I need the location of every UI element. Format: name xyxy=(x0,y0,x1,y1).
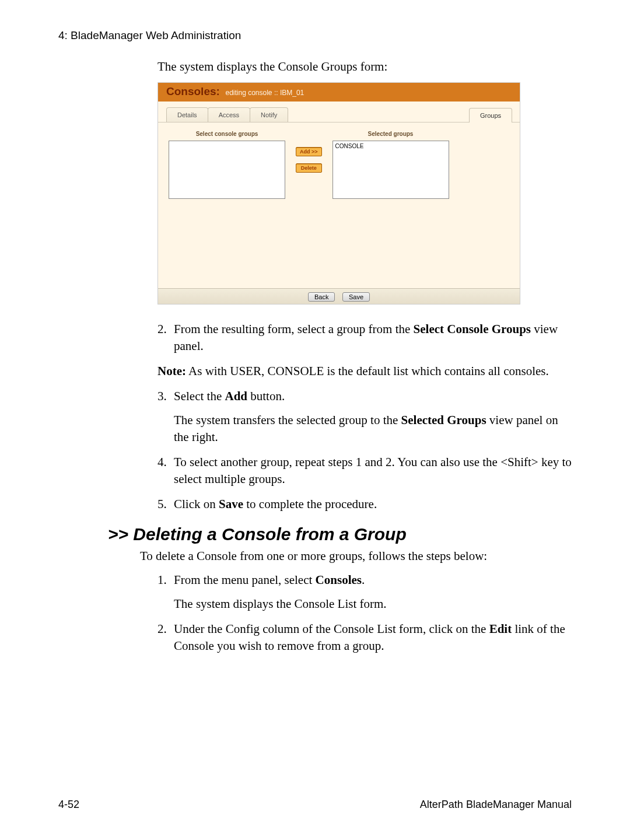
step-number: 3. xyxy=(158,388,174,446)
available-groups-column: Select console groups xyxy=(169,131,285,199)
tab-access[interactable]: Access xyxy=(208,107,250,122)
bold-text: Select Console Groups xyxy=(414,322,531,336)
step-text: From the menu panel, select Consoles. Th… xyxy=(174,572,387,612)
step-text: To select another group, repeat steps 1 … xyxy=(174,454,572,488)
form-breadcrumb: editing console :: IBM_01 xyxy=(225,89,304,97)
step-text: From the resulting form, select a group … xyxy=(174,321,572,355)
list-item[interactable]: CONSOLE xyxy=(335,143,446,149)
step-number: 2. xyxy=(158,321,174,355)
selected-groups-column: Selected groups CONSOLE xyxy=(332,131,449,199)
intro-text: The system displays the Console Groups f… xyxy=(158,60,572,74)
text: to complete the procedure. xyxy=(243,497,377,511)
text: . xyxy=(362,573,365,587)
step-number: 1. xyxy=(158,572,174,612)
note-text: As with USER, CONSOLE is the default lis… xyxy=(186,364,549,378)
form-titlebar: Consoles: editing console :: IBM_01 xyxy=(158,83,520,102)
text: From the resulting form, select a group … xyxy=(174,322,414,336)
manual-title: AlterPath BladeManager Manual xyxy=(420,799,572,811)
text: button. xyxy=(247,389,285,403)
text: Select the xyxy=(174,389,225,403)
section-heading: >> Deleting a Console from a Group xyxy=(108,524,572,544)
selected-groups-label: Selected groups xyxy=(368,131,414,137)
chapter-header: 4: BladeManager Web Administration xyxy=(58,29,572,42)
tabs-row: Details Access Notify Groups xyxy=(158,102,520,123)
console-groups-form: Consoles: editing console :: IBM_01 Deta… xyxy=(158,82,520,304)
note-label: Note: xyxy=(158,364,186,378)
save-button[interactable]: Save xyxy=(342,292,370,302)
tab-notify[interactable]: Notify xyxy=(250,107,288,122)
selected-groups-list[interactable]: CONSOLE xyxy=(332,141,449,199)
step-followup: The system displays the Console List for… xyxy=(174,596,387,612)
bold-text: Add xyxy=(225,389,247,403)
section-intro: To delete a Console from one or more gro… xyxy=(140,549,572,564)
step-text: Under the Config column of the Console L… xyxy=(174,621,572,654)
form-footer: Back Save xyxy=(158,288,520,304)
text: Under the Config column of the Console L… xyxy=(174,622,489,636)
bold-text: Selected Groups xyxy=(401,413,487,427)
step-4: 4. To select another group, repeat steps… xyxy=(158,454,572,488)
step-number: 4. xyxy=(158,454,174,488)
page-number: 4-52 xyxy=(58,799,79,811)
tab-details[interactable]: Details xyxy=(166,107,208,122)
step-2b: 2. Under the Config column of the Consol… xyxy=(158,621,572,654)
available-groups-list[interactable] xyxy=(169,141,285,199)
note: Note: As with USER, CONSOLE is the defau… xyxy=(158,363,572,380)
step-number: 2. xyxy=(158,621,174,654)
step-followup: The system transfers the selected group … xyxy=(174,412,572,446)
bold-text: Save xyxy=(219,497,243,511)
bold-text: Consoles xyxy=(316,573,362,587)
text: The system transfers the selected group … xyxy=(174,413,401,427)
step-5: 5. Click on Save to complete the procedu… xyxy=(158,496,572,513)
delete-button[interactable]: Delete xyxy=(296,163,322,173)
available-groups-label: Select console groups xyxy=(196,131,258,137)
bold-text: Edit xyxy=(489,622,512,636)
step-text: Click on Save to complete the procedure. xyxy=(174,496,377,513)
text: From the menu panel, select xyxy=(174,573,316,587)
page-footer: 4-52 AlterPath BladeManager Manual xyxy=(58,799,572,811)
step-2: 2. From the resulting form, select a gro… xyxy=(158,321,572,355)
text: Click on xyxy=(174,497,219,511)
tab-groups[interactable]: Groups xyxy=(469,108,512,123)
transfer-buttons: Add >> Delete xyxy=(296,147,322,173)
tab-spacer xyxy=(288,107,470,122)
step-3: 3. Select the Add button. The system tra… xyxy=(158,388,572,446)
step-number: 5. xyxy=(158,496,174,513)
form-body: Select console groups Add >> Delete Sele… xyxy=(158,123,520,288)
step-1b: 1. From the menu panel, select Consoles.… xyxy=(158,572,572,612)
step-text: Select the Add button. The system transf… xyxy=(174,388,572,446)
back-button[interactable]: Back xyxy=(308,292,335,302)
add-button[interactable]: Add >> xyxy=(296,147,322,156)
form-title: Consoles: xyxy=(166,85,220,97)
